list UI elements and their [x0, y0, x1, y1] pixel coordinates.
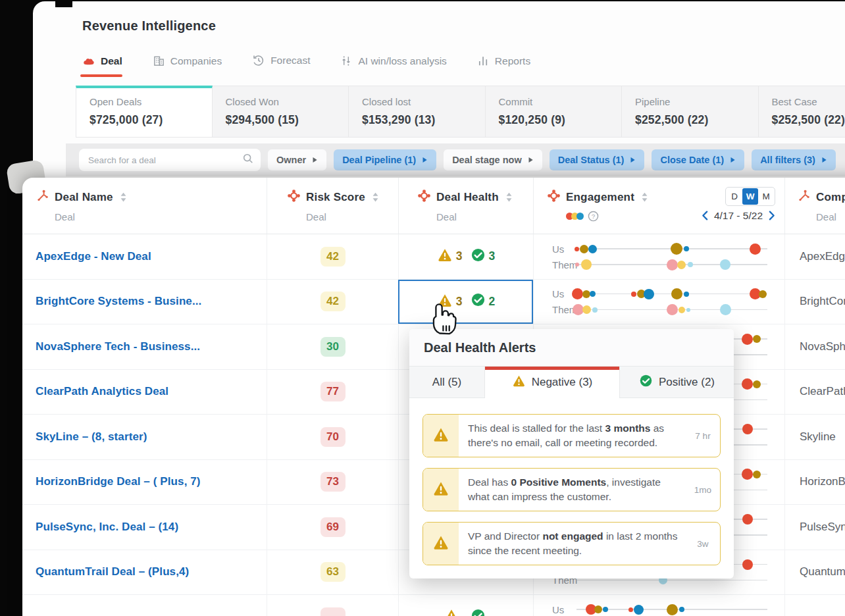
alert-timestamp: 1mo [686, 469, 720, 511]
filter-chip-deal-pipeline-1[interactable]: Deal Pipeline (1) [334, 149, 436, 170]
summary-card-open-deals[interactable]: Open Deals$725,000 (27) [76, 86, 213, 138]
sort-icon[interactable] [505, 192, 513, 203]
alert-timestamp: 3w [686, 523, 720, 565]
popup-tab-negative-3[interactable]: Negative (3) [485, 367, 620, 398]
summary-card-pipeline[interactable]: Pipeline$252,500 (22) [622, 86, 759, 138]
column-header-company[interactable]: Company Deal [784, 178, 845, 234]
warning-icon [432, 426, 449, 446]
risk-score-badge: 30 [320, 337, 346, 357]
deal-name-link[interactable]: QuantumTrail Deal – (Plus,4) [22, 550, 267, 595]
engagement-dot-olive [580, 245, 588, 253]
sort-icon[interactable] [641, 192, 648, 203]
deal-health-cell[interactable]: 33 [398, 234, 533, 279]
summary-card-closed-lost[interactable]: Closed lost$153,290 (13) [349, 86, 486, 138]
legend-dot [576, 213, 584, 220]
deal-name-link[interactable]: HorizonBridge Deal – ( Plus, 7) [22, 460, 267, 505]
tab-companies[interactable]: Companies [153, 55, 222, 77]
tab-label: Deal [101, 55, 122, 67]
engagement-dot-olive [667, 604, 678, 615]
filter-chip-deal-stage-now[interactable]: Deal stage now [444, 149, 542, 170]
engagement-dot-red [628, 607, 633, 612]
deal-name-link[interactable]: ClearPath Analytics Deal [22, 370, 267, 415]
granularity-option-w[interactable]: W [742, 188, 758, 205]
check-icon [471, 247, 486, 266]
chevron-right-icon[interactable] [765, 209, 778, 222]
filter-chip-label: Close Date (1) [660, 155, 724, 165]
sort-icon[interactable] [120, 192, 127, 203]
tab-label: AI win/loss analysis [358, 55, 446, 67]
column-title: Risk Score [306, 191, 365, 204]
popup-tab-positive-2[interactable]: Positive (2) [620, 367, 734, 398]
hubspot-sprocket-icon [797, 189, 811, 205]
filter-chip-owner[interactable]: Owner [268, 149, 326, 170]
filter-chip-all-filters-3[interactable]: All filters (3) [752, 149, 836, 170]
summary-card-value: $294,500 (15) [226, 113, 349, 127]
engagement-dot-olive [759, 290, 767, 298]
summary-card-value: $120,250 (9) [499, 113, 622, 127]
filter-chip-deal-status-1[interactable]: Deal Status (1) [550, 149, 645, 170]
column-header-risk-score[interactable]: Risk Score Deal [267, 178, 398, 234]
sort-icon[interactable] [372, 192, 379, 203]
engagement-dot-olive [753, 380, 761, 388]
search-icon [242, 153, 254, 167]
summary-card-commit[interactable]: Commit$120,250 (9) [486, 86, 623, 138]
filter-chip-close-date-1[interactable]: Close Date (1) [652, 149, 744, 170]
deal-name-link[interactable]: ApexEdge - New Deal [22, 234, 267, 279]
summary-card-closed-won[interactable]: Closed Won$294,500 (15) [213, 86, 349, 138]
summary-card-label: Commit [499, 96, 622, 107]
column-subtitle: Deal [306, 211, 398, 222]
column-header-deal-name[interactable]: Deal Name Deal [22, 178, 267, 234]
popup-tab-label: All (5) [432, 376, 461, 389]
deal-health-cell[interactable]: 32 [398, 280, 533, 324]
deal-name-link[interactable]: NovaSphere Tech - Business... [22, 324, 267, 369]
granularity-option-m[interactable]: M [758, 188, 774, 205]
column-header-deal-health[interactable]: Deal Health Deal [398, 178, 533, 234]
popup-tab-label: Positive (2) [659, 376, 715, 389]
alert-card: VP and Director not engaged in last 2 mo… [423, 522, 721, 565]
tab-reports[interactable]: Reports [477, 55, 530, 77]
deal-name-link[interactable] [22, 595, 267, 616]
filter-bar: OwnerDeal Pipeline (1)Deal stage nowDeal… [66, 143, 845, 176]
tab-ai-win-loss[interactable]: AI win/loss analysis [340, 55, 446, 77]
column-title: Company [816, 191, 845, 204]
column-title: Deal Name [55, 191, 113, 204]
column-title: Deal Health [436, 191, 499, 204]
tab-forecast[interactable]: Forecast [252, 54, 310, 77]
search-box[interactable] [79, 149, 261, 171]
risk-score-badge: 63 [320, 562, 346, 582]
deal-name-link[interactable]: BrightCore Systems - Busine... [22, 280, 267, 324]
search-input[interactable] [87, 155, 242, 166]
chevron-left-icon[interactable] [699, 209, 711, 222]
alert-icon-strip [423, 469, 459, 511]
column-header-engagement[interactable]: Engagement ? DWM 4/17 - 5/22 [533, 178, 784, 234]
app-cross-icon [547, 189, 561, 205]
engagement-them-track [576, 302, 767, 318]
filter-chip-label: Owner [276, 155, 306, 165]
risk-score-badge: 42 [320, 292, 346, 311]
summary-card-best-case[interactable]: Best Case$252,500 (22) [759, 86, 845, 138]
help-icon[interactable]: ? [588, 211, 599, 222]
engagement-dot-blue [644, 289, 654, 299]
granularity-option-d[interactable]: D [727, 188, 742, 205]
company-cell: BrightCore [784, 280, 845, 324]
tab-label: Forecast [270, 55, 310, 66]
engagement-dot-red [572, 288, 583, 299]
app-cross-icon [417, 189, 431, 205]
engagement-dot-red [742, 334, 753, 345]
engagement-dot-blue [679, 607, 684, 612]
engagement-dot-olive [594, 605, 602, 613]
negative-count: 3 [456, 249, 463, 263]
deal-name-link[interactable]: SkyLine – (8, starter) [22, 415, 267, 459]
risk-score-badge: 73 [320, 472, 346, 492]
deal-name-link[interactable]: PulseSync, Inc. Deal – (14) [22, 505, 267, 550]
forecast-icon [252, 54, 265, 67]
filter-chip-label: Deal Pipeline (1) [342, 155, 416, 165]
alert-text: This deal is stalled for the last 3 mont… [459, 415, 686, 457]
deal-health-cell[interactable] [398, 595, 533, 616]
popup-tab-all-5[interactable]: All (5) [409, 367, 485, 398]
date-range-nav: 4/17 - 5/22 [699, 209, 778, 222]
summary-card-value: $153,290 (13) [362, 113, 485, 127]
deal-icon [82, 55, 95, 67]
tab-deal[interactable]: Deal [82, 55, 122, 77]
engagement-dot-lightblue [592, 307, 598, 313]
